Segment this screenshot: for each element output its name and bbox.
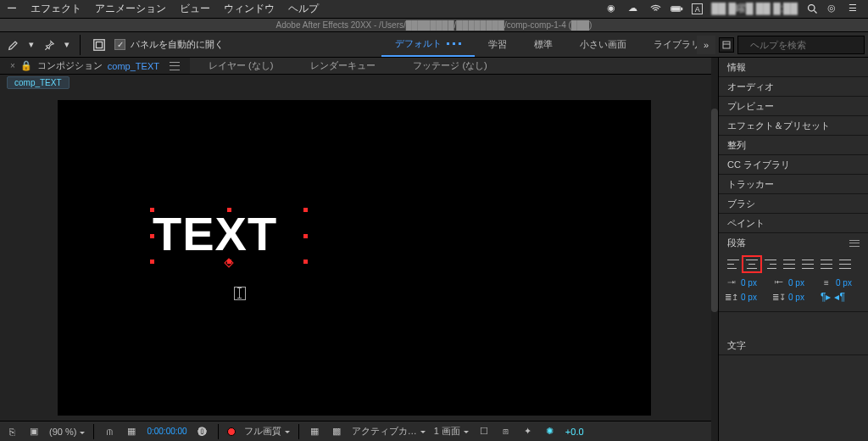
spotlight-icon[interactable] [806, 3, 819, 15]
pin-tool-icon[interactable] [41, 36, 58, 53]
panel-tab-audio[interactable]: オーディオ [719, 77, 868, 97]
workspace-default[interactable]: デフォルト [381, 32, 475, 57]
comp-stage[interactable]: TEXT [58, 100, 651, 416]
text-layer-bbox[interactable]: TEXT [153, 210, 305, 261]
workspace-small[interactable]: 小さい画面 [566, 32, 640, 57]
handle-mid-left[interactable] [150, 234, 154, 238]
exposure-value[interactable]: +0.0 [565, 427, 584, 437]
tool-caret[interactable]: ▾ [29, 39, 34, 50]
overflow-chevrons-icon[interactable]: » [697, 36, 715, 54]
handle-top-right[interactable] [303, 208, 308, 212]
tab-composition[interactable]: × 🔒 コンポジション comp_TEXT [0, 58, 190, 74]
space-before-field[interactable]: ≣↥ 0 px [726, 291, 766, 303]
workspace-standard[interactable]: 標準 [520, 32, 566, 57]
justify-all-button[interactable] [837, 258, 853, 271]
siri-icon[interactable]: ◎ [827, 3, 840, 15]
justify-last-left-button[interactable] [782, 258, 797, 271]
indent-right-icon: ⭰ [773, 277, 785, 287]
menu-window[interactable]: ウィンドウ [224, 2, 275, 16]
indent-right-value: 0 px [788, 278, 804, 287]
motion-icon[interactable]: ✦ [521, 426, 535, 438]
align-center-button[interactable] [744, 258, 760, 271]
panel-tab-paint[interactable]: ペイント [719, 214, 868, 233]
panel-tab-preview[interactable]: プレビュー [719, 97, 868, 116]
handle-top-left[interactable] [150, 208, 154, 212]
control-center-icon[interactable]: ☰ [849, 3, 861, 15]
space-after-field[interactable]: ≣↧ 0 px [773, 291, 814, 303]
panel-tab-cc-library[interactable]: CC ライブラリ [719, 155, 868, 175]
panel-tab-align[interactable]: 整列 [719, 136, 868, 155]
menu-animation[interactable]: アニメーション [95, 2, 166, 16]
help-search[interactable] [737, 36, 865, 54]
record-icon: ◉ [607, 3, 620, 15]
timecode[interactable]: 0:00:00:00 [147, 427, 186, 436]
stage-text[interactable]: TEXT [153, 210, 305, 258]
justify-last-center-button[interactable] [800, 258, 815, 271]
comp-chip[interactable]: comp_TEXT [7, 76, 70, 89]
workspace-label: デフォルト [395, 37, 442, 50]
vertical-scrollbar[interactable] [711, 58, 718, 441]
lock-icon[interactable]: 🔒 [20, 60, 32, 71]
tab-comp-link[interactable]: comp_TEXT [108, 61, 159, 71]
scrollbar-thumb[interactable] [711, 109, 718, 312]
mask-color-swatch[interactable] [227, 427, 236, 436]
panel-menu-icon[interactable] [170, 62, 180, 70]
quality-dropdown[interactable]: フル画質 [244, 425, 290, 438]
link-icon[interactable]: ⎘ [5, 426, 19, 438]
clock: ██ █曜█ ██ █:██ [711, 2, 798, 16]
roi-icon[interactable]: ▦ [308, 426, 321, 438]
handle-bottom-right[interactable] [303, 260, 308, 264]
composition-viewer[interactable]: TEXT [0, 90, 718, 421]
ltr-icon[interactable]: ¶▸ [821, 291, 831, 303]
help-search-input[interactable] [748, 39, 868, 51]
handle-mid-right[interactable] [303, 234, 308, 238]
workspace-learn[interactable]: 学習 [475, 32, 520, 57]
app-menu-trailer[interactable]: ー [7, 2, 17, 16]
transparency-icon[interactable]: ▩ [330, 426, 343, 438]
3d-icon[interactable]: ☐ [477, 426, 491, 438]
ime-icon[interactable]: A [692, 3, 703, 14]
search-scope-icon[interactable] [719, 37, 734, 53]
panel-menu-icon[interactable] [849, 240, 860, 247]
handle-top-center[interactable] [227, 208, 231, 212]
menu-help[interactable]: ヘルプ [288, 2, 319, 16]
exposure-reset-icon[interactable]: ✺ [543, 426, 557, 438]
menu-effect[interactable]: エフェクト [31, 2, 81, 16]
tool-caret-2[interactable]: ▾ [64, 39, 70, 50]
workspace-switcher: デフォルト 学習 標準 小さい画面 ライブラリ [381, 32, 714, 57]
justify-last-right-button[interactable] [819, 258, 834, 271]
tab-close-icon[interactable]: × [10, 61, 15, 70]
indent-right-field[interactable]: ⭰ 0 px [773, 277, 814, 287]
panel-tab-tracker[interactable]: トラッカー [719, 175, 868, 194]
tab-layer-none[interactable]: レイヤー (なし) [190, 58, 292, 74]
tab-footage-none[interactable]: フッテージ (なし) [394, 58, 505, 74]
views-dropdown[interactable]: 1 画面 [434, 425, 469, 438]
os-menubar: ー エフェクト アニメーション ビュー ウィンドウ ヘルプ ◉ ☁︎ A ██ … [0, 0, 868, 19]
tab-render-queue[interactable]: レンダーキュー [292, 58, 394, 74]
snapshot-icon[interactable]: 🅞 [196, 426, 209, 438]
align-right-button[interactable] [763, 258, 778, 271]
draft3d-icon[interactable]: ⧆ [499, 426, 513, 438]
toolbar-divider [80, 35, 81, 55]
snap-icon[interactable] [91, 36, 108, 53]
grid-icon[interactable]: ▦ [125, 426, 138, 438]
panel-tab-effects[interactable]: エフェクト＆プリセット [719, 116, 868, 136]
align-left-button[interactable] [726, 258, 741, 271]
svg-point-3 [809, 5, 815, 12]
panel-tab-brush[interactable]: ブラシ [719, 194, 868, 214]
rtl-icon[interactable]: ◂¶ [834, 291, 844, 303]
auto-open-panel-toggle[interactable]: ✓ パネルを自動的に開く [114, 38, 224, 51]
indent-left-field[interactable]: ⭲ 0 px [726, 277, 766, 287]
text-direction-buttons[interactable]: ¶▸ ◂¶ [821, 291, 861, 303]
panel-tab-character[interactable]: 文字 [719, 336, 868, 355]
zoom-dropdown[interactable]: (90 %) [49, 427, 85, 437]
pen-tool-icon[interactable] [5, 36, 22, 53]
menu-view[interactable]: ビュー [180, 2, 210, 16]
alpha-icon[interactable]: ▣ [27, 426, 41, 438]
first-line-field[interactable]: ≡ 0 px [821, 277, 861, 287]
handle-bottom-left[interactable] [150, 260, 154, 264]
panel-tab-info[interactable]: 情報 [719, 58, 868, 77]
res-icon[interactable]: ⫙ [103, 426, 116, 438]
svg-rect-4 [94, 39, 104, 49]
camera-dropdown[interactable]: アクティブカ… [352, 425, 426, 438]
